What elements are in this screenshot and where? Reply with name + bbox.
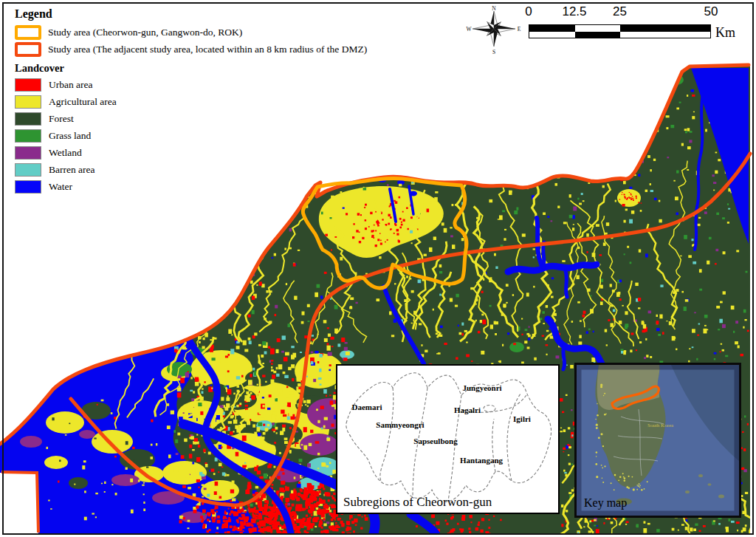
subregion-labels: DaemariSammyeongriSapseulbongJungyeonriH… [352, 383, 531, 465]
barren-swatch [15, 163, 41, 177]
landcover-map-figure: Legend Study area (Cheorwon-gun, Gangwon… [0, 0, 756, 537]
key-map: South Korea [577, 365, 739, 516]
legend-item-water: Water [15, 178, 458, 195]
subregion-label: Daemari [352, 403, 382, 411]
study-area-dmz-swatch [15, 42, 41, 57]
forest-swatch [15, 112, 41, 126]
study-area-cheorwon-swatch [15, 25, 41, 40]
scale-bar-checker [529, 24, 711, 38]
subregion-label: Hagalri [454, 406, 481, 414]
water-swatch [15, 180, 41, 194]
scale-tick-12-5: 12.5 [562, 4, 586, 19]
legend-item-forest: Forest [15, 110, 458, 127]
compass-south-label: S [492, 49, 495, 55]
urban-swatch [15, 78, 41, 92]
subregion-label: Sapseulbong [413, 437, 458, 445]
legend-title: Legend [15, 7, 458, 21]
country-label: South Korea [647, 423, 674, 428]
legend-item-agricultural: Agricultural area [15, 93, 458, 110]
grass-swatch [15, 129, 41, 143]
legend-item-urban: Urban area [15, 76, 458, 93]
scale-tick-50: 50 [704, 4, 718, 19]
legend-study-area-row: Study area (Cheorwon-gun, Gangwon-do, RO… [15, 25, 458, 40]
legend-item-wetland: Wetland [15, 144, 458, 161]
subregions-map: DaemariSammyeongriSapseulbongJungyeonriH… [337, 366, 558, 513]
scale-tick-25: 25 [613, 4, 627, 19]
subregions-inset: DaemariSammyeongriSapseulbongJungyeonriH… [336, 364, 560, 514]
scale-bar: 0 12.5 25 50 Km [529, 4, 750, 41]
subregion-label: Jungyeonri [462, 383, 501, 392]
study-area-dmz-label: Study area (The adjacent study area, loc… [48, 44, 367, 55]
legend-item-barren: Barren area [15, 161, 458, 178]
compass-north-label: N [492, 5, 496, 12]
agricultural-swatch [15, 95, 41, 109]
key-map-inset: South Korea Key map [574, 363, 741, 518]
subregion-label: Sammyeongri [376, 420, 424, 429]
compass-star-icon [472, 11, 515, 47]
landcover-title: Landcover [15, 62, 458, 75]
legend-panel: Legend Study area (Cheorwon-gun, Gangwon… [15, 7, 458, 195]
subregion-label: Hantangang [460, 456, 504, 465]
legend-study-area-row: Study area (The adjacent study area, loc… [15, 42, 458, 57]
key-map-caption: Key map [584, 496, 627, 510]
compass-west-label: W [466, 26, 472, 33]
scale-unit-label: Km [715, 25, 735, 41]
study-area-cheorwon-label: Study area (Cheorwon-gun, Gangwon-do, RO… [48, 27, 242, 38]
scale-tick-0: 0 [525, 4, 532, 19]
wetland-swatch [15, 146, 41, 160]
subregions-caption: Subregions of Cheorwon-gun [343, 495, 492, 510]
legend-item-grass: Grass land [15, 127, 458, 144]
compass-rose: N E S W [465, 2, 523, 57]
compass-east-label: E [518, 26, 521, 33]
subregion-label: Igilri [513, 414, 531, 423]
